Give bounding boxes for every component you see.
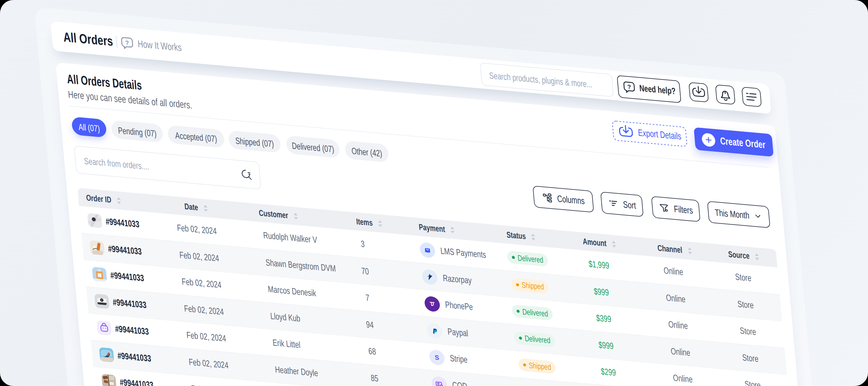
svg-text:?: ? (125, 39, 129, 46)
svg-text:?: ? (627, 84, 631, 90)
svg-text:S: S (435, 354, 439, 361)
